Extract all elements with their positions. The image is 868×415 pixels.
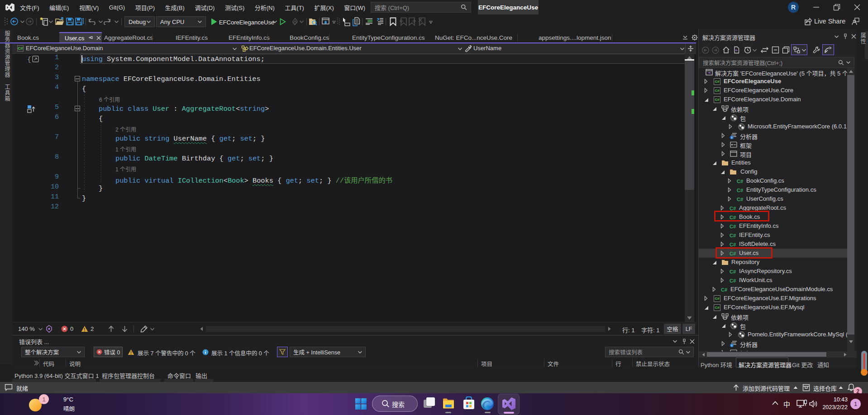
svg-text:{: {	[27, 56, 31, 64]
